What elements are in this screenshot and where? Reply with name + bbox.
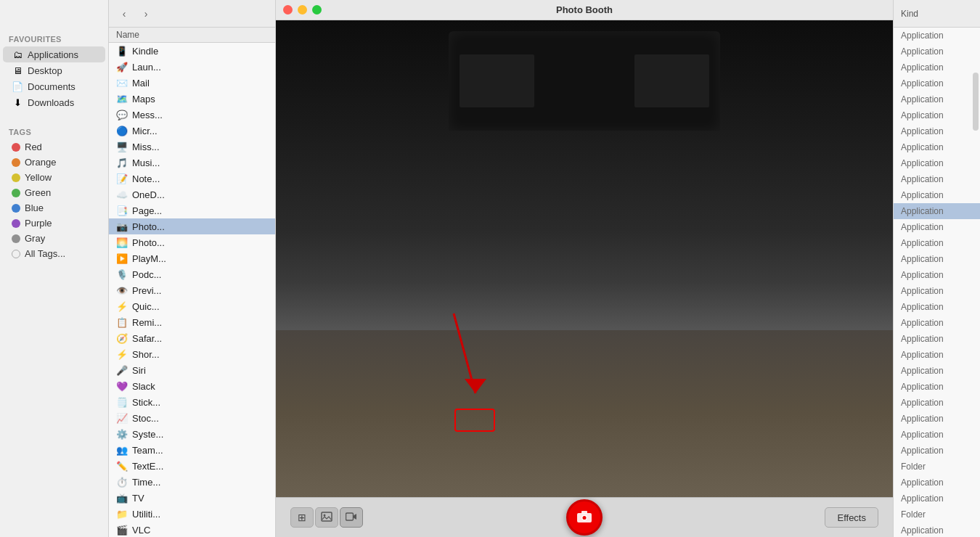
file-item[interactable]: 📝Note... <box>109 171 275 186</box>
right-file-item[interactable]: Application <box>894 28 980 44</box>
file-item[interactable]: ▶️PlayM... <box>109 250 275 266</box>
file-item[interactable]: 📑Page... <box>109 202 275 218</box>
right-file-item[interactable]: Application <box>894 427 980 443</box>
file-item[interactable]: ⏱️Time... <box>109 474 275 490</box>
right-file-item[interactable]: Application <box>894 331 980 347</box>
right-file-list: ApplicationApplicationApplicationApplica… <box>894 28 980 537</box>
file-item[interactable]: 🖥️Miss... <box>109 139 275 155</box>
right-file-item[interactable]: Application <box>894 251 980 267</box>
file-name: Podc... <box>132 269 268 280</box>
file-item[interactable]: 🧭Safar... <box>109 330 275 346</box>
right-file-item[interactable]: Application <box>894 379 980 395</box>
svg-rect-4 <box>346 513 354 520</box>
sidebar-all-tags[interactable]: All Tags... <box>3 246 105 261</box>
file-item[interactable]: 📈Stoc... <box>109 410 275 426</box>
maximize-button[interactable] <box>312 5 322 15</box>
file-item[interactable]: 💬Mess... <box>109 107 275 123</box>
right-file-item[interactable]: Application <box>894 187 980 203</box>
file-item[interactable]: ☁️OneD... <box>109 186 275 202</box>
file-item[interactable]: 📷Photo... <box>109 218 275 234</box>
file-item[interactable]: ⚡Quic... <box>109 298 275 314</box>
close-button[interactable] <box>283 5 293 15</box>
minimize-button[interactable] <box>298 5 307 15</box>
right-file-item[interactable]: Application <box>894 411 980 427</box>
right-file-item[interactable]: Application <box>894 171 980 187</box>
file-item[interactable]: 📺TV <box>109 490 275 506</box>
file-item[interactable]: 💜Slack <box>109 378 275 394</box>
forward-button[interactable]: › <box>138 6 154 22</box>
sidebar-tag-orange[interactable]: Orange <box>3 155 105 170</box>
right-file-item[interactable]: Application <box>894 235 980 251</box>
right-file-item[interactable]: Application <box>894 299 980 315</box>
right-file-item[interactable]: Application <box>894 155 980 171</box>
scrollbar[interactable] <box>973 73 979 131</box>
video-clip-button[interactable] <box>340 507 363 528</box>
sidebar-item-applications[interactable]: 🗂 Applications <box>3 46 105 62</box>
file-item[interactable]: 🎵Musi... <box>109 155 275 171</box>
right-file-item[interactable]: Application <box>894 60 980 75</box>
right-file-item[interactable]: Application <box>894 522 980 537</box>
file-item[interactable]: ✉️Mail <box>109 75 275 91</box>
right-file-item[interactable]: Application <box>894 491 980 507</box>
right-file-item[interactable]: Application <box>894 347 980 363</box>
right-file-item[interactable]: Application <box>894 91 980 107</box>
right-file-item[interactable]: Application <box>894 267 980 283</box>
file-name: Page... <box>132 205 268 216</box>
sidebar-item-documents[interactable]: 📄 Documents <box>3 78 105 94</box>
right-file-item[interactable]: Application <box>894 315 980 331</box>
back-button[interactable]: ‹ <box>116 6 132 22</box>
file-icon: 🗺️ <box>116 93 128 104</box>
file-item[interactable]: 📁Utiliti... <box>109 506 275 522</box>
tag-label: Orange <box>25 157 56 168</box>
file-item[interactable]: 🌅Photo... <box>109 234 275 250</box>
file-item[interactable]: ⚙️Syste... <box>109 426 275 442</box>
file-icon: 🖥️ <box>116 141 128 152</box>
right-file-item[interactable]: Folder <box>894 507 980 522</box>
right-file-item[interactable]: Application <box>894 107 980 123</box>
right-file-item[interactable]: Application <box>894 475 980 491</box>
right-file-item[interactable]: Application <box>894 443 980 459</box>
sidebar-item-downloads[interactable]: ⬇ Downloads <box>3 94 105 110</box>
sidebar-tag-green[interactable]: Green <box>3 185 105 200</box>
file-icon: 💬 <box>116 109 128 120</box>
file-item[interactable]: 🎬VLC <box>109 522 275 537</box>
photo-view-button[interactable] <box>315 507 338 528</box>
file-item[interactable]: 👥Team... <box>109 442 275 458</box>
file-item[interactable]: 📋Remi... <box>109 314 275 330</box>
file-item[interactable]: 🎙️Podc... <box>109 266 275 282</box>
file-item[interactable]: 🚀Laun... <box>109 59 275 75</box>
sidebar-tag-red[interactable]: Red <box>3 139 105 155</box>
file-icon: 🎵 <box>116 157 128 168</box>
right-file-item[interactable]: Application <box>894 283 980 299</box>
file-item[interactable]: ✏️TextE... <box>109 458 275 474</box>
tag-label: Purple <box>25 218 52 229</box>
right-file-item[interactable]: Application <box>894 395 980 411</box>
file-name: Mess... <box>132 110 268 120</box>
file-name: Note... <box>132 173 268 184</box>
file-item[interactable]: 🗺️Maps <box>109 91 275 107</box>
sidebar-tag-gray[interactable]: Gray <box>3 231 105 246</box>
right-file-item[interactable]: Application <box>894 75 980 91</box>
right-file-item[interactable]: Application <box>894 123 980 139</box>
right-file-item[interactable]: Application <box>894 44 980 60</box>
file-item[interactable]: ⚡Shor... <box>109 346 275 362</box>
right-file-item[interactable]: Application <box>894 219 980 235</box>
right-file-item[interactable]: Folder <box>894 459 980 475</box>
file-icon: 🚀 <box>116 61 128 73</box>
sidebar-item-desktop[interactable]: 🖥 Desktop <box>3 62 105 78</box>
sidebar-tag-blue[interactable]: Blue <box>3 200 105 216</box>
file-name: Miss... <box>132 142 268 152</box>
grid-view-button[interactable]: ⊞ <box>290 507 314 528</box>
file-item[interactable]: 👁️Previ... <box>109 282 275 298</box>
capture-button[interactable] <box>566 499 603 536</box>
file-item[interactable]: 🔵Micr... <box>109 123 275 139</box>
right-file-item[interactable]: Application <box>894 139 980 155</box>
file-item[interactable]: 📱Kindle <box>109 43 275 59</box>
right-file-item[interactable]: Application <box>894 363 980 379</box>
effects-button[interactable]: Effects <box>825 507 878 528</box>
file-item[interactable]: 🎤Siri <box>109 362 275 378</box>
file-item[interactable]: 🗒️Stick... <box>109 394 275 410</box>
sidebar-tag-purple[interactable]: Purple <box>3 216 105 231</box>
right-file-item[interactable]: Application <box>894 203 980 219</box>
sidebar-tag-yellow[interactable]: Yellow <box>3 170 105 185</box>
